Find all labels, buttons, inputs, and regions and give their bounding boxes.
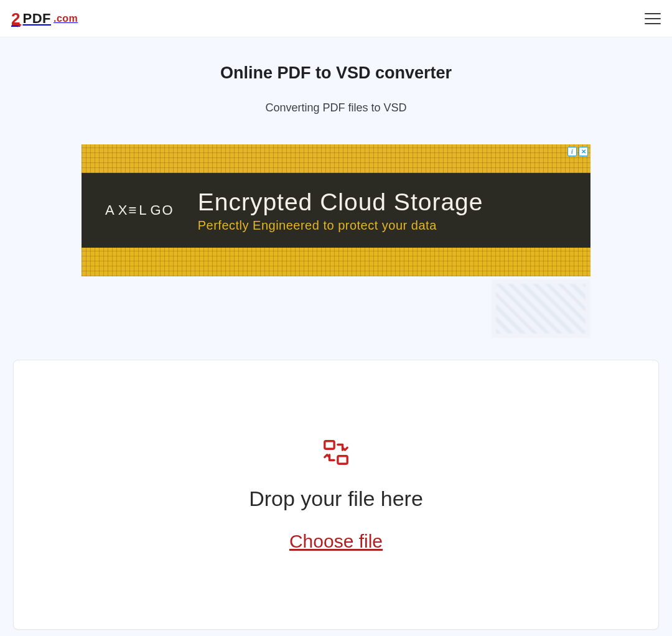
ad-headline: Encrypted Cloud Storage <box>198 189 483 216</box>
ad-pattern-bottom <box>82 248 590 276</box>
ad-center: AX≡LGO Encrypted Cloud Storage Perfectly… <box>82 173 590 248</box>
adchoices-controls: i ✕ <box>567 147 588 156</box>
ad-text-block: Encrypted Cloud Storage Perfectly Engine… <box>198 189 483 233</box>
menu-button[interactable] <box>645 13 661 24</box>
hamburger-line <box>645 23 661 24</box>
ad-ghost-placeholder <box>491 279 590 339</box>
logo-com-text: .com <box>54 13 78 24</box>
hamburger-line <box>645 18 661 19</box>
title-block: Online PDF to VSD converter Converting P… <box>0 37 672 115</box>
dropzone-card[interactable]: Drop your file here Choose file <box>13 360 659 630</box>
ad-container: AX≡LGO Encrypted Cloud Storage Perfectly… <box>82 144 590 339</box>
page-subtitle: Converting PDF files to VSD <box>0 101 672 115</box>
logo-pdf-text: PDF <box>22 11 51 27</box>
hamburger-line <box>645 13 661 14</box>
drop-title: Drop your file here <box>249 487 423 511</box>
logo-2-glyph: 2 <box>11 11 20 27</box>
page-title: Online PDF to VSD converter <box>0 63 672 83</box>
header: 2 PDF .com <box>0 0 672 37</box>
ad-brand: AX≡LGO <box>105 202 175 218</box>
svg-rect-1 <box>338 456 347 463</box>
page-body: Online PDF to VSD converter Converting P… <box>0 37 672 636</box>
choose-file-link[interactable]: Choose file <box>289 531 383 552</box>
logo-arrow-icon <box>11 22 22 28</box>
ad-banner[interactable]: AX≡LGO Encrypted Cloud Storage Perfectly… <box>82 144 590 276</box>
ad-pattern-top <box>82 144 590 173</box>
ad-subheadline: Perfectly Engineered to protect your dat… <box>198 218 483 233</box>
convert-icon <box>322 438 350 467</box>
svg-rect-0 <box>325 441 334 448</box>
ad-close-icon[interactable]: ✕ <box>579 147 588 156</box>
adchoices-info-icon[interactable]: i <box>567 147 577 156</box>
logo[interactable]: 2 PDF .com <box>11 11 78 27</box>
